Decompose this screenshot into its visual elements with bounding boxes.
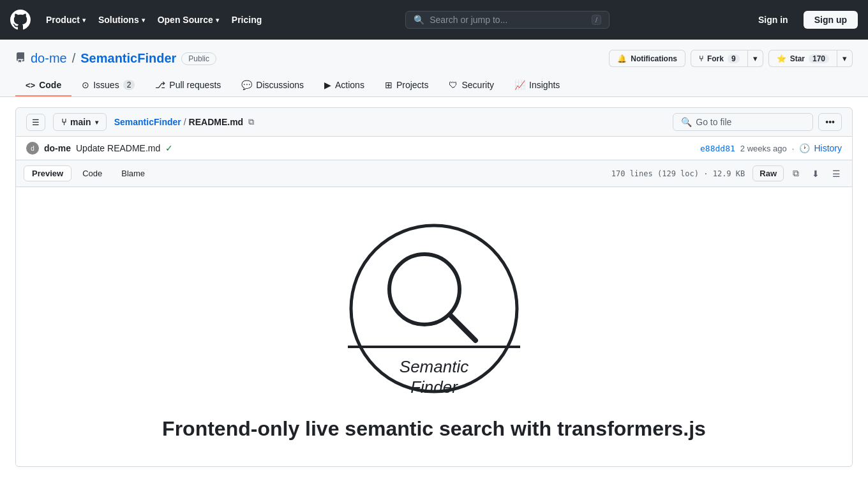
star-button[interactable]: ⭐ Star 170 [768, 50, 837, 67]
fork-count: 9 [728, 54, 740, 63]
breadcrumb-repo-link[interactable]: SemanticFinder [114, 117, 181, 127]
readme-content: Semantic Finder Frontend-only live seman… [16, 187, 852, 466]
tab-code[interactable]: <> Code [15, 75, 71, 96]
actions-icon: ▶ [324, 80, 331, 90]
discussions-icon: 💬 [241, 80, 252, 90]
tab-issues[interactable]: ⊙ Issues 2 [71, 75, 145, 96]
download-button[interactable]: ⬇ [808, 166, 823, 181]
sign-up-button[interactable]: Sign up [804, 11, 858, 29]
pricing-nav-item[interactable]: Pricing [227, 11, 267, 29]
tab-security[interactable]: 🛡 Security [438, 75, 504, 96]
repo-icon [15, 51, 26, 66]
code-icon: <> [26, 80, 35, 90]
chevron-down-icon: ▾ [95, 119, 98, 126]
ellipsis-icon: ••• [825, 117, 835, 127]
file-info-and-actions: 170 lines (129 loc) · 12.9 KB Raw ⧉ ⬇ ☰ [611, 165, 844, 181]
repo-title: do-me / SemanticFinder Public [15, 51, 216, 66]
file-header-right: 🔍 Go to file ••• [673, 113, 842, 131]
main-content: ☰ ⑂ main ▾ SemanticFinder / README.md ⧉ … [0, 97, 868, 477]
breadcrumb: SemanticFinder / README.md ⧉ [114, 114, 257, 130]
star-count: 170 [809, 54, 829, 63]
time-separator: · [792, 144, 795, 153]
chevron-down-icon: ▾ [842, 54, 847, 63]
solutions-nav-item[interactable]: Solutions ▾ [93, 11, 150, 29]
security-icon: 🛡 [449, 80, 458, 90]
commit-bar: d do-me Update README.md ✓ e88dd81 2 wee… [15, 137, 853, 160]
issues-count: 2 [123, 80, 135, 90]
commit-time: 2 weeks ago [740, 144, 787, 153]
raw-button[interactable]: Raw [752, 165, 784, 181]
projects-icon: ⊞ [385, 80, 393, 90]
tab-actions[interactable]: ▶ Actions [314, 75, 375, 96]
outline-button[interactable]: ☰ [828, 166, 844, 181]
tab-pull-requests[interactable]: ⎇ Pull requests [145, 75, 231, 96]
nav-items: Product ▾ Solutions ▾ Open Source ▾ Pric… [41, 11, 267, 29]
fork-dropdown-button[interactable]: ▾ [747, 50, 763, 67]
check-icon: ✓ [165, 143, 173, 153]
more-options-button[interactable]: ••• [818, 113, 842, 131]
preview-tab[interactable]: Preview [24, 165, 71, 181]
history-label: History [814, 143, 842, 153]
repo-tabs: <> Code ⊙ Issues 2 ⎇ Pull requests 💬 Dis… [15, 75, 853, 96]
file-header-bar: ☰ ⑂ main ▾ SemanticFinder / README.md ⧉ … [15, 107, 853, 137]
branch-name: main [70, 117, 91, 127]
svg-text:Finder: Finder [410, 377, 458, 397]
search-placeholder: Search or jump to... [430, 15, 587, 25]
bell-icon: 🔔 [617, 54, 627, 63]
search-icon: 🔍 [681, 117, 692, 127]
sidebar-toggle-button[interactable]: ☰ [26, 114, 45, 131]
repo-title-row: do-me / SemanticFinder Public 🔔 Notifica… [15, 50, 853, 75]
commit-info: d do-me Update README.md ✓ [26, 142, 173, 155]
repo-name-link[interactable]: SemanticFinder [80, 51, 176, 66]
avatar: d [26, 142, 39, 155]
chevron-down-icon: ▾ [753, 54, 758, 63]
repo-owner-link[interactable]: do-me [31, 51, 67, 66]
svg-text:Semantic: Semantic [400, 357, 468, 376]
notifications-button[interactable]: 🔔 Notifications [609, 50, 685, 67]
search-icon: 🔍 [414, 15, 424, 25]
file-tabs: Preview Code Blame [24, 165, 153, 181]
copy-raw-button[interactable]: ⧉ [789, 165, 803, 181]
pr-icon: ⎇ [155, 80, 165, 90]
product-nav-item[interactable]: Product ▾ [41, 11, 91, 29]
blame-tab[interactable]: Blame [113, 165, 153, 181]
readme-title: Frontend-only live semantic search with … [162, 417, 706, 441]
commit-meta: e88dd81 2 weeks ago · 🕐 History [700, 143, 842, 153]
file-actions: Raw ⧉ ⬇ ☰ [752, 165, 844, 181]
download-icon: ⬇ [812, 169, 819, 179]
search-kbd: / [592, 15, 601, 25]
tab-insights[interactable]: 📈 Insights [504, 75, 570, 96]
copy-icon: ⧉ [793, 168, 799, 178]
github-logo[interactable] [10, 10, 31, 30]
tab-projects[interactable]: ⊞ Projects [375, 75, 439, 96]
search-box[interactable]: 🔍 Search or jump to... / [405, 11, 610, 29]
repo-header: do-me / SemanticFinder Public 🔔 Notifica… [0, 40, 868, 97]
commit-hash[interactable]: e88dd81 [700, 144, 735, 153]
branch-icon: ⑂ [61, 117, 66, 127]
repo-public-badge: Public [181, 52, 216, 65]
sign-in-button[interactable]: Sign in [748, 11, 798, 28]
file-info: 170 lines (129 loc) · 12.9 KB [611, 169, 745, 178]
repo-actions: 🔔 Notifications ⑂ Fork 9 ▾ ⭐ Star 170 [609, 50, 853, 67]
issues-icon: ⊙ [82, 80, 89, 90]
file-view: Preview Code Blame 170 lines (129 loc) ·… [15, 160, 853, 467]
star-dropdown-button[interactable]: ▾ [837, 50, 853, 67]
repo-separator: / [72, 51, 76, 66]
branch-selector-button[interactable]: ⑂ main ▾ [53, 113, 107, 131]
code-tab[interactable]: Code [74, 165, 110, 181]
nav-search: 🔍 Search or jump to... / [277, 11, 738, 29]
sidebar-icon: ☰ [32, 118, 40, 127]
go-to-file-input[interactable]: 🔍 Go to file [673, 113, 813, 131]
semantic-finder-logo: Semantic Finder [338, 213, 530, 404]
chevron-down-icon: ▾ [142, 17, 145, 24]
nav-auth: Sign in Sign up [748, 11, 858, 29]
fork-button[interactable]: ⑂ Fork 9 [691, 50, 747, 67]
star-icon: ⭐ [777, 54, 786, 63]
copy-path-button[interactable]: ⧉ [246, 114, 257, 130]
open-source-nav-item[interactable]: Open Source ▾ [153, 11, 224, 29]
history-button[interactable]: 🕐 History [799, 143, 842, 153]
top-nav: Product ▾ Solutions ▾ Open Source ▾ Pric… [0, 0, 868, 40]
breadcrumb-separator: / [184, 117, 186, 127]
commit-author[interactable]: do-me [44, 143, 71, 153]
tab-discussions[interactable]: 💬 Discussions [231, 75, 314, 96]
